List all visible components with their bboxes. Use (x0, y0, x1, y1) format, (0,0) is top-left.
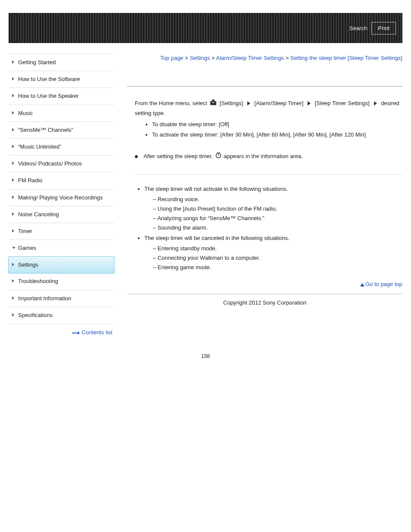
arrow-right-icon (72, 330, 80, 336)
list-item: Analyzing songs for “SensMe™ Channels.” (153, 214, 402, 223)
sleep-timer-icon (215, 152, 221, 161)
sidebar-item-label: Troubleshooting (18, 278, 58, 284)
sidebar-item-label: FM Radio (18, 177, 42, 184)
breadcrumb-sep: > (184, 55, 190, 61)
sidebar-item-label: “Music Unlimited” (18, 143, 61, 150)
sidebar-item-how-to-use-software[interactable]: How to Use the Software (9, 71, 114, 88)
list-item: To disable the sleep timer: [Off] (152, 120, 402, 129)
sidebar-item-label: Settings (18, 261, 38, 268)
sidebar-item-label: Timer (18, 228, 32, 234)
main-content: Top page > Settings > Alarm/Sleep Timer … (127, 54, 402, 336)
sidebar-item-important-info[interactable]: Important Information (9, 290, 114, 307)
sidebar-item-label: Videos/ Podcasts/ Photos (18, 160, 82, 167)
list-item: Entering game mode. (153, 263, 402, 272)
text: [Settings] (220, 100, 243, 106)
sidebar-item-videos-podcasts-photos[interactable]: Videos/ Podcasts/ Photos (9, 156, 114, 172)
sidebar-item-sensme[interactable]: “SensMe™ Channels” (9, 122, 114, 139)
sidebar-item-music[interactable]: Music (9, 105, 114, 122)
contents-list: Contents list (9, 324, 114, 336)
contents-list-link[interactable]: Contents list (81, 329, 112, 336)
bullet-icon (135, 155, 138, 158)
svg-line-8 (219, 152, 220, 153)
breadcrumb-current[interactable]: Setting the sleep timer [Sleep Timer Set… (290, 55, 402, 61)
sidebar-item-label: Making/ Playing Voice Recordings (18, 194, 103, 201)
sidebar-item-label: Games (18, 245, 36, 251)
sidebar-item-games[interactable]: Games (9, 240, 114, 257)
list-item: Using the [Auto Preset] function of the … (153, 204, 402, 214)
search-link[interactable]: Search (349, 25, 367, 31)
text: appears in the information area. (224, 153, 303, 159)
sidebar-item-troubleshooting[interactable]: Troubleshooting (9, 273, 114, 290)
breadcrumb-top[interactable]: Top page (160, 55, 184, 61)
settings-icon (209, 99, 217, 109)
sidebar-item-music-unlimited[interactable]: “Music Unlimited” (9, 139, 114, 156)
page-number: 158 (9, 336, 402, 376)
text: The sleep timer will not activate in the… (144, 186, 288, 192)
breadcrumb-sep: > (284, 55, 290, 61)
svg-rect-4 (212, 102, 214, 103)
arrow-right-icon (374, 101, 377, 106)
print-button[interactable]: Print (371, 22, 396, 34)
sidebar-item-timer[interactable]: Timer (9, 223, 114, 240)
svg-rect-3 (212, 100, 215, 101)
arrow-up-icon (360, 283, 364, 286)
sidebar-item-label: Music (18, 110, 33, 116)
breadcrumb-settings[interactable]: Settings (190, 55, 210, 61)
sidebar-item-label: How to Use the Software (18, 76, 80, 82)
arrow-right-icon (308, 101, 311, 106)
note-item: The sleep timer will not activate in the… (144, 184, 402, 233)
header-bar: Search Print (9, 13, 402, 43)
sidebar-item-noise-canceling[interactable]: Noise Canceling (9, 206, 114, 223)
sidebar-item-label: Getting Started (18, 59, 56, 65)
sidebar-item-label: Specifications (18, 312, 53, 318)
divider (127, 86, 402, 87)
breadcrumb-alarm[interactable]: Alarm/Sleep Timer Settings (216, 55, 284, 61)
sidebar-item-getting-started[interactable]: Getting Started (9, 54, 114, 71)
note-item: The sleep timer will be canceled in the … (144, 233, 402, 272)
svg-rect-2 (210, 101, 216, 105)
sidebar-item-specifications[interactable]: Specifications (9, 307, 114, 324)
text: The sleep timer will be canceled in the … (144, 235, 290, 241)
note-block: The sleep timer will not activate in the… (135, 174, 402, 273)
text: After setting the sleep timer, (143, 153, 215, 159)
list-item: Recording voice. (153, 195, 402, 204)
text: [Sleep Timer Settings] (315, 100, 370, 106)
copyright: Copyright 2012 Sony Corporation (127, 294, 402, 323)
instruction-line: From the Home menu, select [Settings] [A… (135, 99, 402, 118)
sidebar-item-fm-radio[interactable]: FM Radio (9, 172, 114, 189)
list-item: Entering standby mode. (153, 244, 402, 253)
breadcrumb-sep: > (210, 55, 216, 61)
sidebar-item-label: How to Use the Speaker (18, 93, 79, 99)
sidebar-item-label: “SensMe™ Channels” (18, 127, 73, 133)
sidebar-item-how-to-use-speaker[interactable]: How to Use the Speaker (9, 88, 114, 105)
svg-line-7 (217, 152, 218, 153)
options-list: To disable the sleep timer: [Off] To act… (135, 120, 402, 140)
sidebar-item-voice-recordings[interactable]: Making/ Playing Voice Recordings (9, 190, 114, 206)
breadcrumb: Top page > Settings > Alarm/Sleep Timer … (127, 54, 402, 62)
sidebar-item-settings[interactable]: Settings (8, 256, 115, 274)
list-item: Connecting your Walkman to a computer. (153, 253, 402, 263)
list-item: Sounding the alarm. (153, 223, 402, 233)
text: [Alarm/Sleep Timer] (254, 100, 303, 106)
list-item: To activate the sleep timer: [After 30 M… (152, 130, 402, 140)
hint-line: After setting the sleep timer, appears i… (135, 152, 402, 162)
go-to-top: Go to page top (127, 281, 402, 287)
sidebar-item-label: Important Information (18, 295, 72, 302)
arrow-right-icon (247, 101, 250, 106)
go-to-top-link[interactable]: Go to page top (365, 281, 402, 287)
sidebar-item-label: Noise Canceling (18, 211, 59, 218)
svg-marker-1 (78, 331, 80, 335)
sidebar: Getting Started How to Use the Software … (9, 54, 114, 336)
text: From the Home menu, select (135, 100, 209, 106)
